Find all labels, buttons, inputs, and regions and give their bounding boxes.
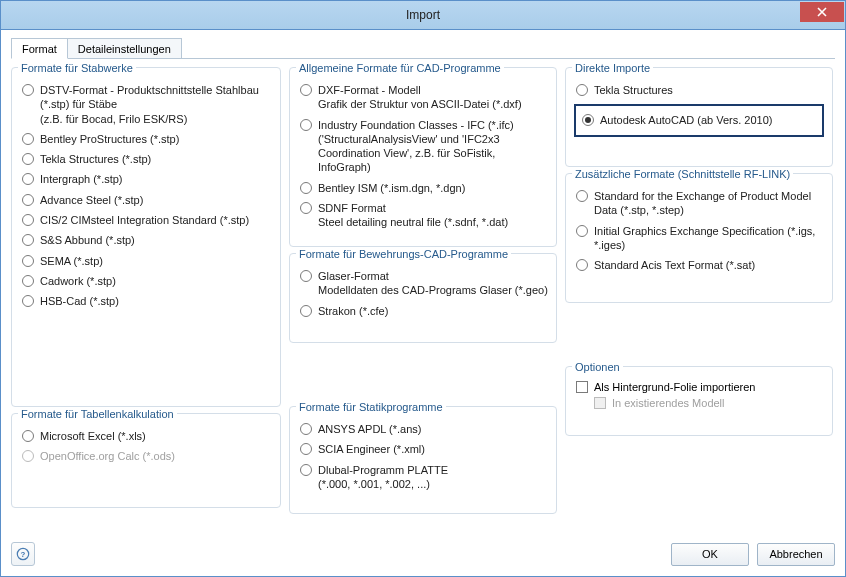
tabellen-option-1: OpenOffice.org Calc (*.ods)	[20, 446, 272, 466]
cad-option-2[interactable]: Bentley ISM (*.ism.dgn, *.dgn)	[298, 178, 548, 198]
stabwerke-option-1-label: Bentley ProStructures (*.stp)	[40, 132, 179, 146]
direkt-highlight: Autodesk AutoCAD (ab Vers. 2010)	[574, 104, 824, 136]
bewehrung-option-1[interactable]: Strakon (*.cfe)	[298, 301, 548, 321]
radio-icon	[22, 255, 34, 267]
cad-option-3[interactable]: SDNF FormatSteel detailing neutral file …	[298, 198, 548, 233]
group-optionen: Optionen Als Hintergrund-Folie importier…	[565, 366, 833, 436]
radio-icon	[22, 84, 34, 96]
ok-button[interactable]: OK	[671, 543, 749, 566]
cad-option-1[interactable]: Industry Foundation Classes - IFC (*.ifc…	[298, 115, 548, 178]
group-cad: Allgemeine Formate für CAD-Programme DXF…	[289, 67, 557, 247]
cad-option-0[interactable]: DXF-Format - ModellGrafik der Struktur v…	[298, 80, 548, 115]
radio-icon	[22, 133, 34, 145]
stabwerke-option-3-label: Intergraph (*.stp)	[40, 172, 123, 186]
zusatz-option-2[interactable]: Standard Acis Text Format (*.sat)	[574, 255, 824, 275]
statik-option-1[interactable]: SCIA Engineer (*.xml)	[298, 439, 548, 459]
radio-icon	[576, 259, 588, 271]
close-icon	[817, 7, 827, 17]
stabwerke-option-7[interactable]: SEMA (*.stp)	[20, 251, 272, 271]
radio-icon	[300, 84, 312, 96]
direkt-option-1[interactable]: Autodesk AutoCAD (ab Vers. 2010)	[580, 110, 818, 130]
tab-detaileinstellungen[interactable]: Detaileinstellungen	[67, 38, 182, 58]
bewehrung-option-1-label: Strakon (*.cfe)	[318, 304, 388, 318]
bewehrung-option-0[interactable]: Glaser-FormatModelldaten des CAD-Program…	[298, 266, 548, 301]
statik-option-1-label: SCIA Engineer (*.xml)	[318, 442, 425, 456]
zusatz-option-1[interactable]: Initial Graphics Exchange Specification …	[574, 221, 824, 256]
stabwerke-option-3[interactable]: Intergraph (*.stp)	[20, 169, 272, 189]
group-title-bewehrung: Formate für Bewehrungs-CAD-Programme	[296, 248, 511, 260]
group-tabellen: Formate für Tabellenkalkulation Microsof…	[11, 413, 281, 508]
radio-icon	[300, 270, 312, 282]
cad-option-2-label: Bentley ISM (*.ism.dgn, *.dgn)	[318, 181, 465, 195]
group-title-statik: Formate für Statikprogramme	[296, 401, 446, 413]
tabellen-option-1-label: OpenOffice.org Calc (*.ods)	[40, 449, 175, 463]
checkbox-icon	[576, 381, 588, 393]
radio-icon	[22, 153, 34, 165]
radio-icon	[576, 84, 588, 96]
radio-icon	[300, 202, 312, 214]
group-title-tabellen: Formate für Tabellenkalkulation	[18, 408, 177, 420]
cad-option-3-label: SDNF FormatSteel detailing neutral file …	[318, 201, 508, 230]
radio-icon	[300, 305, 312, 317]
tabellen-option-0-label: Microsoft Excel (*.xls)	[40, 429, 146, 443]
statik-option-2[interactable]: Dlubal-Programm PLATTE(*.000, *.001, *.0…	[298, 460, 548, 495]
group-title-optionen: Optionen	[572, 361, 623, 373]
stabwerke-option-7-label: SEMA (*.stp)	[40, 254, 103, 268]
stabwerke-option-8[interactable]: Cadwork (*.stp)	[20, 271, 272, 291]
direkt-option-0-label: Tekla Structures	[594, 83, 673, 97]
help-button[interactable]: ?	[11, 542, 35, 566]
radio-icon	[300, 182, 312, 194]
group-title-zusatz: Zusätzliche Formate (Schnittstelle RF-LI…	[572, 168, 793, 180]
stabwerke-option-9[interactable]: HSB-Cad (*.stp)	[20, 291, 272, 311]
stabwerke-option-0-label: DSTV-Format - Produktschnittstelle Stahl…	[40, 83, 272, 126]
window-title: Import	[1, 8, 845, 22]
direkt-option-1-label: Autodesk AutoCAD (ab Vers. 2010)	[600, 113, 772, 127]
stabwerke-option-5-label: CIS/2 CIMsteel Integration Standard (*.s…	[40, 213, 249, 227]
radio-icon	[22, 275, 34, 287]
bewehrung-option-0-label: Glaser-FormatModelldaten des CAD-Program…	[318, 269, 548, 298]
stabwerke-option-2[interactable]: Tekla Structures (*.stp)	[20, 149, 272, 169]
radio-icon	[582, 114, 594, 126]
radio-icon	[576, 190, 588, 202]
svg-text:?: ?	[21, 550, 26, 559]
group-direkt: Direkte Importe Tekla StructuresAutodesk…	[565, 67, 833, 167]
tab-bar: Format Detaileinstellungen	[11, 38, 835, 59]
zusatz-option-0[interactable]: Standard for the Exchange of Product Mod…	[574, 186, 824, 221]
cancel-button[interactable]: Abbrechen	[757, 543, 835, 566]
radio-icon	[22, 295, 34, 307]
group-bewehrung: Formate für Bewehrungs-CAD-Programme Gla…	[289, 253, 557, 343]
direkt-option-0[interactable]: Tekla Structures	[574, 80, 824, 100]
radio-icon	[22, 450, 34, 462]
stabwerke-option-6-label: S&S Abbund (*.stp)	[40, 233, 135, 247]
zusatz-option-0-label: Standard for the Exchange of Product Mod…	[594, 189, 824, 218]
group-title-direkt: Direkte Importe	[572, 62, 653, 74]
close-button[interactable]	[800, 2, 844, 22]
stabwerke-option-6[interactable]: S&S Abbund (*.stp)	[20, 230, 272, 250]
stabwerke-option-0[interactable]: DSTV-Format - Produktschnittstelle Stahl…	[20, 80, 272, 129]
group-title-cad: Allgemeine Formate für CAD-Programme	[296, 62, 504, 74]
zusatz-option-2-label: Standard Acis Text Format (*.sat)	[594, 258, 755, 272]
radio-icon	[22, 234, 34, 246]
stabwerke-option-5[interactable]: CIS/2 CIMsteel Integration Standard (*.s…	[20, 210, 272, 230]
help-icon: ?	[16, 547, 30, 561]
check-existing-model: In existierendes Modell	[574, 395, 824, 411]
radio-icon	[22, 430, 34, 442]
group-zusatz: Zusätzliche Formate (Schnittstelle RF-LI…	[565, 173, 833, 303]
check-bg-folie-label: Als Hintergrund-Folie importieren	[594, 381, 755, 393]
radio-icon	[22, 194, 34, 206]
stabwerke-option-4[interactable]: Advance Steel (*.stp)	[20, 190, 272, 210]
titlebar: Import	[0, 0, 846, 30]
tab-format[interactable]: Format	[11, 38, 68, 59]
cad-option-0-label: DXF-Format - ModellGrafik der Struktur v…	[318, 83, 522, 112]
tabellen-option-0[interactable]: Microsoft Excel (*.xls)	[20, 426, 272, 446]
group-statik: Formate für Statikprogramme ANSYS APDL (…	[289, 406, 557, 514]
stabwerke-option-1[interactable]: Bentley ProStructures (*.stp)	[20, 129, 272, 149]
statik-option-2-label: Dlubal-Programm PLATTE(*.000, *.001, *.0…	[318, 463, 448, 492]
radio-icon	[300, 464, 312, 476]
stabwerke-option-9-label: HSB-Cad (*.stp)	[40, 294, 119, 308]
group-title-stabwerke: Formate für Stabwerke	[18, 62, 136, 74]
statik-option-0[interactable]: ANSYS APDL (*.ans)	[298, 419, 548, 439]
radio-icon	[22, 173, 34, 185]
check-bg-folie[interactable]: Als Hintergrund-Folie importieren	[574, 379, 824, 395]
stabwerke-option-2-label: Tekla Structures (*.stp)	[40, 152, 151, 166]
